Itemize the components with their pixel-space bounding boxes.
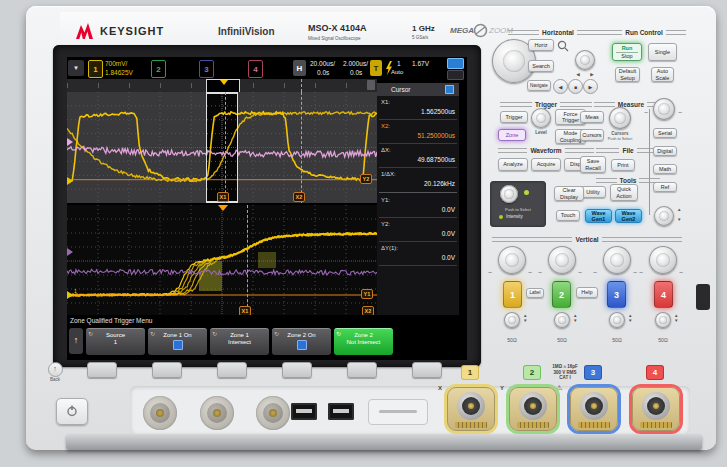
- auto-scale-button[interactable]: Auto Scale: [651, 67, 674, 82]
- search-button[interactable]: Search: [528, 60, 554, 72]
- math-button[interactable]: Math: [653, 164, 677, 174]
- nav-play-button[interactable]: ▶: [583, 79, 598, 94]
- save-recall-button[interactable]: Save Recall: [580, 156, 606, 173]
- touch-screen-icon[interactable]: [447, 58, 464, 69]
- ground-label: 1: [74, 288, 77, 294]
- power-button[interactable]: [56, 398, 88, 425]
- x1-cursor-line-zoom[interactable]: [247, 205, 248, 317]
- sine-icon: ~: [538, 269, 542, 276]
- softkey-4[interactable]: [282, 362, 312, 378]
- ref-button[interactable]: Ref: [653, 182, 677, 192]
- softkey-5[interactable]: [347, 362, 377, 378]
- math-offset-knob[interactable]: [654, 206, 674, 226]
- intensity-knob[interactable]: [500, 185, 518, 203]
- channel3-scale-knob[interactable]: [603, 246, 631, 274]
- display: ▾ 1 700mV/ 1.84625V 2 3 4 H 20.00us/ 0.0…: [67, 57, 467, 360]
- x1-cursor-flag[interactable]: X1: [217, 192, 229, 202]
- channel3-position-knob[interactable]: [609, 312, 625, 328]
- softkey-1[interactable]: [87, 362, 117, 378]
- megazoom-badge-icon: [473, 23, 488, 38]
- trigger-mode: Auto: [391, 68, 403, 77]
- delay-main: 0.0s: [317, 68, 329, 77]
- wave-gen2-button[interactable]: Wave Gen2: [615, 209, 642, 223]
- single-button[interactable]: Single: [648, 43, 677, 61]
- channel3-bnc-input: [570, 387, 618, 431]
- quick-action-button[interactable]: Quick Action: [610, 184, 638, 201]
- channel4-button[interactable]: 4: [654, 281, 673, 308]
- clear-display-button[interactable]: Clear Display: [554, 186, 584, 201]
- print-button[interactable]: Print: [611, 159, 635, 171]
- demo2-bnc-connector: [200, 396, 234, 430]
- channel3-button[interactable]: 3: [607, 281, 626, 308]
- menu-item-source[interactable]: ↻ Source 1: [86, 328, 145, 355]
- cursor-panel-header[interactable]: Cursor: [377, 83, 459, 96]
- channel4-scale-knob[interactable]: [649, 246, 677, 274]
- section-trigger: Trigger: [500, 101, 592, 108]
- navigate-button[interactable]: Navigate: [527, 80, 551, 91]
- zoom-search-icon[interactable]: [557, 40, 569, 52]
- channel2-button[interactable]: 2: [552, 281, 571, 308]
- run-stop-button[interactable]: Run Stop: [612, 43, 642, 61]
- wave-gen1-button[interactable]: Wave Gen1: [585, 209, 612, 223]
- x2-cursor-flag[interactable]: X2: [293, 192, 305, 202]
- horizontal-status-key[interactable]: H: [293, 60, 306, 76]
- x1-cursor-line[interactable]: [225, 92, 226, 203]
- zoom-window-left-handle[interactable]: [206, 92, 207, 203]
- analyze-button[interactable]: Analyze: [498, 158, 528, 171]
- zoom-window-right-handle[interactable]: [237, 92, 238, 203]
- menu-item-zone2-on[interactable]: ↻ Zone 2 On: [272, 328, 331, 355]
- trigger-status-key[interactable]: T: [370, 60, 382, 76]
- section-file: File: [596, 147, 660, 154]
- nav-back-button[interactable]: ◀: [553, 79, 568, 94]
- model-number: MSO-X 4104A: [308, 23, 367, 33]
- help-button[interactable]: Help: [576, 287, 598, 298]
- cursors-button[interactable]: Cursors: [580, 129, 604, 141]
- menu-back-arrow[interactable]: ↑: [69, 328, 83, 354]
- channel1-status-key[interactable]: 1: [88, 60, 103, 78]
- bandwidth-label: 1 GHz: [412, 24, 435, 33]
- horizontal-delay-knob[interactable]: [575, 50, 595, 70]
- channel1-scale-knob[interactable]: [498, 246, 526, 274]
- status-bar: ▾ 1 700mV/ 1.84625V 2 3 4 H 20.00us/ 0.0…: [67, 57, 467, 79]
- meas-button[interactable]: Meas: [580, 111, 604, 123]
- y2-cursor-flag[interactable]: Y2: [360, 174, 372, 184]
- softkey-2[interactable]: [152, 362, 182, 378]
- math-scale-knob[interactable]: [653, 98, 675, 120]
- channel1-position-knob[interactable]: [504, 312, 520, 328]
- menu-item-zone1-on[interactable]: ↻ Zone 1 On: [148, 328, 207, 355]
- nav-stop-button[interactable]: ■: [568, 79, 583, 94]
- trigger-level-knob[interactable]: [531, 108, 551, 128]
- menu-item-zone2-mode[interactable]: ↻ Zone 2 Not Intersect: [334, 328, 393, 355]
- channel3-status-key[interactable]: 3: [199, 60, 214, 78]
- channel4-status-key[interactable]: 4: [248, 60, 263, 78]
- oscilloscope: KEYSIGHT InfiniiVision MSO-X 4104A Mixed…: [0, 0, 727, 467]
- cursor-panel-icon[interactable]: [445, 85, 454, 94]
- menu-item-zone1-mode[interactable]: ↻ Zone 1 Intersect: [210, 328, 269, 355]
- touch-button[interactable]: Touch: [556, 210, 580, 221]
- intensity-led-icon: [524, 190, 529, 195]
- channel2-scale-knob[interactable]: [548, 246, 576, 274]
- softkey-6[interactable]: [412, 362, 442, 378]
- usb-port-2[interactable]: [328, 403, 354, 420]
- channel1-button[interactable]: 1: [503, 281, 522, 308]
- default-setup-button[interactable]: Default Setup: [615, 67, 640, 82]
- sidebar-toggle-icon[interactable]: [447, 70, 464, 80]
- cursors-knob[interactable]: [609, 107, 631, 129]
- acquire-button[interactable]: Acquire: [531, 158, 561, 171]
- channel2-position-knob[interactable]: [554, 312, 570, 328]
- channel4-position-knob[interactable]: [655, 312, 671, 328]
- x2-cursor-line[interactable]: [301, 92, 302, 203]
- zone-button[interactable]: Zone: [498, 129, 526, 141]
- trigger-button[interactable]: Trigger: [500, 111, 528, 123]
- channel2-status-key[interactable]: 2: [151, 60, 166, 78]
- cursor-row-label: Y1:: [381, 197, 390, 203]
- serial-button[interactable]: Serial: [653, 128, 677, 138]
- menu-dropdown-icon[interactable]: ▾: [68, 60, 84, 76]
- back-button[interactable]: ↑ Back: [42, 362, 68, 382]
- digital-button[interactable]: Digital: [653, 146, 677, 156]
- usb-port-1[interactable]: [291, 403, 317, 420]
- softkey-3[interactable]: [217, 362, 247, 378]
- y1-cursor-flag[interactable]: Y1: [361, 289, 373, 299]
- horiz-button[interactable]: Horiz: [528, 39, 554, 51]
- label-button[interactable]: Label: [526, 288, 544, 298]
